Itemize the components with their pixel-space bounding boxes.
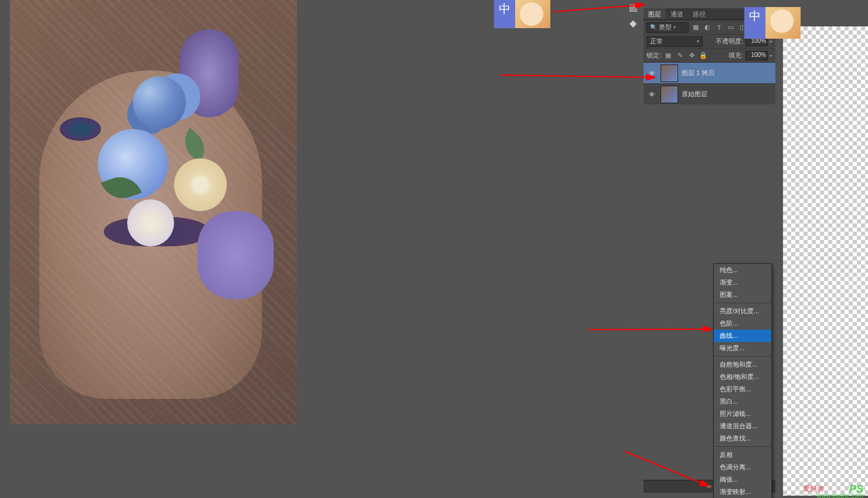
layer-name[interactable]: 原始图层 — [682, 90, 707, 99]
visibility-toggle[interactable]: 👁 — [646, 70, 657, 77]
tab-layers[interactable]: 图层 — [644, 8, 666, 19]
annotation-arrow-3 — [586, 324, 718, 336]
lock-move-icon[interactable]: ✥ — [687, 51, 696, 60]
lock-label: 锁定: — [646, 51, 661, 60]
filter-pixel-icon[interactable]: ▦ — [691, 23, 700, 32]
menu-gradient-map[interactable]: 渐变映射... — [714, 486, 771, 498]
tab-channels[interactable]: 通道 — [666, 8, 688, 19]
lock-row: 锁定: ▦ ✎ ✥ 🔒 填充: 100% ▸ — [644, 48, 775, 62]
menu-posterize[interactable]: 色调分离... — [714, 461, 771, 473]
visibility-toggle[interactable]: 👁 — [646, 91, 657, 98]
layers-list: 👁 图层 1 拷贝 👁 原始图层 — [644, 62, 775, 104]
canvas-document[interactable] — [10, 0, 297, 424]
ime-char: 中 — [494, 0, 515, 28]
ime-avatar — [515, 0, 550, 28]
menu-hue-sat[interactable]: 色相/饱和度... — [714, 371, 771, 383]
menu-color-lookup[interactable]: 颜色查找... — [714, 432, 771, 445]
filter-adjust-icon[interactable]: ◐ — [703, 23, 712, 32]
menu-black-white[interactable]: 黑白... — [714, 395, 771, 408]
menu-gradient[interactable]: 渐变... — [714, 276, 771, 289]
layer-name[interactable]: 图层 1 拷贝 — [682, 69, 714, 77]
transparency-background — [783, 26, 868, 496]
tab-paths[interactable]: 路径 — [688, 8, 710, 19]
menu-levels[interactable]: 色阶... — [714, 317, 771, 330]
blend-mode-value: 正常 — [650, 37, 663, 46]
menu-invert[interactable]: 反相 — [714, 449, 771, 461]
lock-all-icon[interactable]: 🔒 — [699, 51, 708, 60]
opacity-arrow[interactable]: ▸ — [770, 39, 772, 44]
image-eye — [60, 117, 101, 141]
lock-transparency-icon[interactable]: ▦ — [663, 51, 673, 60]
link-layers-icon[interactable]: ⬲ — [706, 483, 712, 490]
menu-color-balance[interactable]: 色彩平衡... — [714, 383, 771, 395]
tool-icon-histogram[interactable]: ▤ — [626, 0, 640, 14]
tool-icon-swatches[interactable]: ◆ — [626, 16, 640, 30]
menu-pattern[interactable]: 图案... — [714, 289, 771, 301]
collapsed-panel-icons: ▤ ◆ — [626, 0, 642, 30]
layer-thumbnail[interactable] — [661, 65, 678, 82]
filter-shape-icon[interactable]: ▭ — [726, 23, 736, 32]
layer-row-copy[interactable]: 👁 图层 1 拷贝 — [644, 62, 775, 83]
menu-channel-mixer[interactable]: 通道混合器... — [714, 420, 771, 432]
svg-line-2 — [589, 329, 712, 330]
fill-label: 填充: — [729, 51, 743, 60]
menu-photo-filter[interactable]: 照片滤镜... — [714, 408, 771, 420]
kind-filter-dropdown[interactable]: 🔍 类型 ▾ — [646, 22, 689, 33]
kind-label: 类型 — [659, 23, 672, 32]
fill-arrow[interactable]: ▸ — [770, 53, 772, 58]
adjustment-layer-menu: 纯色... 渐变... 图案... 亮度/对比度... 色阶... 曲线... … — [713, 263, 772, 498]
menu-vibrance[interactable]: 自然饱和度... — [714, 358, 771, 371]
watermark-url: www.psahz.com — [817, 492, 863, 498]
svg-line-1 — [500, 75, 655, 77]
menu-exposure[interactable]: 曝光度... — [714, 342, 771, 354]
menu-curves[interactable]: 曲线... — [714, 330, 771, 342]
image-flowers — [98, 0, 291, 282]
menu-brightness-contrast[interactable]: 亮度/对比度... — [714, 305, 771, 317]
menu-solid-color[interactable]: 纯色... — [714, 264, 771, 276]
blend-mode-dropdown[interactable]: 正常 ▾ — [646, 36, 703, 47]
ime-badge-2[interactable]: 中 — [744, 7, 801, 39]
ime-badge-1[interactable]: 中 — [494, 0, 550, 28]
ime-char: 中 — [744, 7, 765, 39]
filter-type-icon[interactable]: T — [714, 23, 724, 32]
lock-paint-icon[interactable]: ✎ — [675, 51, 685, 60]
menu-threshold[interactable]: 阈值... — [714, 473, 771, 486]
ime-avatar — [765, 7, 801, 39]
layer-row-original[interactable]: 👁 原始图层 — [644, 83, 775, 104]
opacity-label: 不透明度: — [716, 37, 743, 46]
layer-thumbnail[interactable] — [661, 86, 678, 103]
annotation-arrow-2 — [497, 69, 661, 87]
fill-input[interactable]: 100% — [746, 51, 768, 60]
